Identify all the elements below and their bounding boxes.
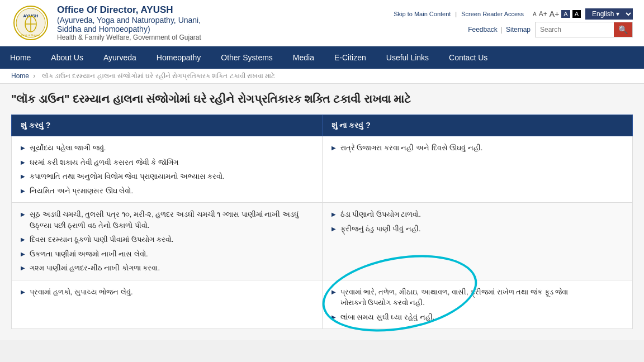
info-table: શું કરવું ? શું ના કરવું ? સૂર્યોદય પહેલ… xyxy=(11,115,633,329)
table-wrapper: શું કરવું ? શું ના કરવું ? સૂર્યોદય પહેલ… xyxy=(11,115,633,329)
top-right: Skip to Main Content | Screen Reader Acc… xyxy=(394,8,633,37)
nav-homeopathy[interactable]: Homeopathy xyxy=(146,46,211,69)
list-item: લાંબા સમય સુઘી ઘ્યા રહેવું નહી. xyxy=(332,310,624,325)
navigation: Home About Us Ayurveda Homeopathy Other … xyxy=(0,46,644,69)
table-row: સૂર્યોદય પહેલા જાગી જવું. ઘરમાં કરી શકાય… xyxy=(12,136,633,203)
nav-other[interactable]: Other Systems xyxy=(211,46,283,69)
table-row: સૂઠ અડઘી ચમચી, તુલસી પત્ર ૧૦, મરી-૨, હળદ… xyxy=(12,203,633,280)
nav-home[interactable]: Home xyxy=(0,46,41,69)
row1-right: રાત્રે ઉજાગરા કરવા નહી અને દિવસે ઊઘવું ન… xyxy=(322,136,633,203)
title-line1: Office Of Director, AYUSH xyxy=(57,4,201,16)
list-item: ઉકળતા પાણીમાં અજમો નાખી નાસ લેવો. xyxy=(21,247,313,261)
page-title: "લૉક ડાઉન" દરમ્યાન હાલના સંજોગોમાં ઘરે ર… xyxy=(11,93,633,106)
breadcrumb-home[interactable]: Home xyxy=(11,72,29,80)
list-item: સૂર્યોદય પહેલા જાગી જવું. xyxy=(21,141,313,155)
font-medium[interactable]: A+ xyxy=(539,10,547,18)
row3-left: પ્રવામાં હળકો, સુપાચ્ય ભોજન લેવું. xyxy=(12,280,323,329)
row3-right: પ્રવામાં ભારે, તળેળ, મીઠાઇ, આથાવળ, વાસી,… xyxy=(322,280,633,329)
list-item: ગ૨મ પાણીમાં હળદર-મીઠ નાખી કોગળા કરવા. xyxy=(21,261,313,275)
nav-ayurveda[interactable]: Ayurveda xyxy=(93,46,146,69)
nav-ecitizen[interactable]: E-Citizen xyxy=(324,46,376,69)
list-item: દિવસ દરમ્યાન ઠૂકળો પાણી પીવામાં ઉપયોગ કર… xyxy=(21,232,313,247)
breadcrumb: Home › લૉક ડાઉન દરમ્યાન હાલના સંજોગોમાં … xyxy=(0,69,644,84)
font-dark1[interactable]: A xyxy=(561,10,570,18)
list-item: પ્રવામાં હળકો, સુપાચ્ય ભોજન લેવું. xyxy=(21,285,313,299)
table-row: પ્રવામાં હળકો, સુપાચ્ય ભોજન લેવું. પ્રવા… xyxy=(12,280,633,329)
row1-left: સૂર્યોદય પહેલા જાગી જવું. ઘરમાં કરી શકાય… xyxy=(12,136,323,203)
list-item: કપાળભાતિ તથા અનુલોમ વિલોમ જેવા પ્રાણાયામ… xyxy=(21,169,313,184)
logo-area: AYUSH Govt of Gujarat Office Of Director… xyxy=(11,3,201,42)
col2-header: શું ના કરવું ? xyxy=(322,115,633,136)
row2-right: ઠંડા પીણાનો ઉપયોગ ટાળવો. ફ્રીજનું ઠંડુ પ… xyxy=(322,203,633,280)
list-item: નિયમિત અને પ્રમાણસર ઊઘ લેવો. xyxy=(21,184,313,198)
list-item: રાત્રે ઉજાગરા કરવા નહી અને દિવસે ઊઘવું ન… xyxy=(332,141,624,155)
skip-link[interactable]: Skip to Main Content xyxy=(394,11,451,17)
col1-header: શું કરવું ? xyxy=(12,115,323,136)
nav-useful[interactable]: Useful Links xyxy=(376,46,439,69)
title-line2: (Ayurveda, Yoga and Naturopathy, Unani, xyxy=(57,16,201,25)
list-item: પ્રવામાં ભારે, તળેળ, મીઠાઇ, આથાવળ, વાસી,… xyxy=(332,285,624,310)
feedback-link[interactable]: Feedback xyxy=(468,26,498,34)
accessibility-links: Skip to Main Content | Screen Reader Acc… xyxy=(394,8,633,20)
font-dark2[interactable]: A xyxy=(572,10,581,18)
nav-media[interactable]: Media xyxy=(283,46,324,69)
search-input[interactable] xyxy=(536,23,614,36)
search-button[interactable]: 🔍 xyxy=(614,22,632,37)
font-small[interactable]: A xyxy=(533,11,537,17)
logo: AYUSH Govt of Gujarat xyxy=(11,3,50,42)
row2-left: સૂઠ અડઘી ચમચી, તુલસી પત્ર ૧૦, મરી-૨, હળદ… xyxy=(12,203,323,280)
nav-contact[interactable]: Contact Us xyxy=(439,46,498,69)
header: AYUSH Govt of Gujarat Office Of Director… xyxy=(0,0,644,46)
nav-about[interactable]: About Us xyxy=(41,46,93,69)
screen-reader-link[interactable]: Screen Reader Access xyxy=(461,11,524,17)
font-controls: A A+ A+ A A xyxy=(533,9,581,18)
main-content: "લૉક ડાઉન" દરમ્યાન હાલના સંજોગોમાં ઘરે ર… xyxy=(0,84,644,340)
search-box: 🔍 xyxy=(535,22,633,37)
header-title: Office Of Director, AYUSH (Ayurveda, Yog… xyxy=(57,4,201,41)
list-item: ઠંડા પીણાનો ઉપયોગ ટાળવો. xyxy=(332,207,624,222)
list-item: ફ્રીજનું ઠંડુ પાણી પીવું નહી. xyxy=(332,222,624,236)
svg-text:Govt of Gujarat: Govt of Gujarat xyxy=(21,34,41,37)
feedback-links: Feedback | Sitemap xyxy=(468,26,531,34)
list-item: ઘરમાં કરી શકાય તેવી હળવી કસરત જેવી કે જૉ… xyxy=(21,155,313,170)
font-large[interactable]: A+ xyxy=(550,9,560,18)
search-row: Feedback | Sitemap 🔍 xyxy=(468,22,633,37)
list-item: સૂઠ અડઘી ચમચી, તુલસી પત્ર ૧૦, મરી-૨, હળદ… xyxy=(21,207,313,232)
language-selector[interactable]: English ▾ Gujarati xyxy=(585,8,633,20)
sitemap-link[interactable]: Sitemap xyxy=(506,26,531,34)
subtitle: Health & Family Welfare, Government of G… xyxy=(57,34,201,41)
breadcrumb-current: લૉક ડાઉન દરમ્યાન હાલના સંજોગોમાં ઘરે રહી… xyxy=(42,72,276,80)
title-line3: Siddha and Homoeopathy) xyxy=(57,25,201,34)
breadcrumb-separator: › xyxy=(33,72,35,80)
